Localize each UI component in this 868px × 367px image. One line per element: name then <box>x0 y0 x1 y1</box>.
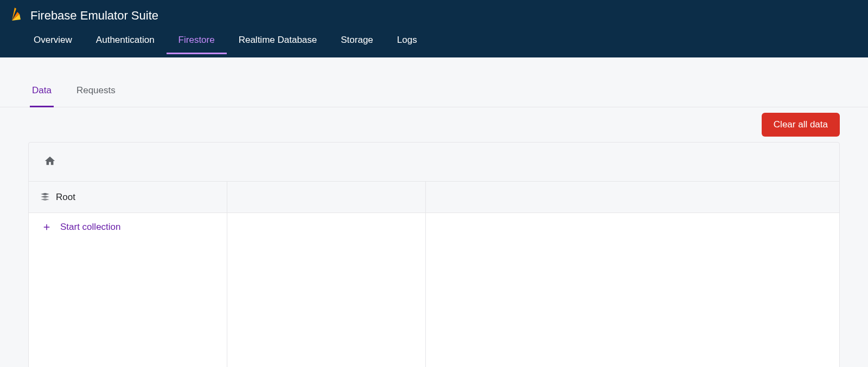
nav-storage[interactable]: Storage <box>329 28 385 54</box>
main-nav: Overview Authentication Firestore Realti… <box>0 28 868 54</box>
column-collection-body <box>227 213 425 367</box>
plus-icon <box>42 222 52 232</box>
sub-tabs: Data Requests <box>0 57 868 107</box>
clear-all-data-button[interactable]: Clear all data <box>762 113 840 137</box>
root-label: Root <box>56 192 75 203</box>
home-icon[interactable] <box>44 155 56 169</box>
action-row: Clear all data <box>0 107 868 142</box>
column-document-header <box>426 182 839 213</box>
nav-realtime-database[interactable]: Realtime Database <box>227 28 329 54</box>
firestore-columns: Root Start collection <box>29 182 839 367</box>
start-collection-label: Start collection <box>60 222 121 233</box>
firebase-logo-icon <box>10 8 23 24</box>
column-document-body <box>426 213 839 367</box>
brand-row: Firebase Emulator Suite <box>0 0 868 28</box>
card-toolbar <box>29 143 839 182</box>
database-stack-icon <box>40 193 50 202</box>
app-header: Firebase Emulator Suite Overview Authent… <box>0 0 868 57</box>
tab-data[interactable]: Data <box>30 85 54 107</box>
column-root: Root Start collection <box>29 182 227 367</box>
column-root-body: Start collection <box>29 213 227 367</box>
column-document <box>426 182 839 367</box>
nav-authentication[interactable]: Authentication <box>84 28 167 54</box>
column-root-header: Root <box>29 182 227 213</box>
firestore-card: Root Start collection <box>28 142 840 367</box>
start-collection-button[interactable]: Start collection <box>29 218 227 236</box>
column-collection <box>227 182 426 367</box>
app-title: Firebase Emulator Suite <box>30 9 158 23</box>
nav-logs[interactable]: Logs <box>385 28 429 54</box>
tab-requests[interactable]: Requests <box>74 85 118 107</box>
column-collection-header <box>227 182 425 213</box>
nav-overview[interactable]: Overview <box>22 28 84 54</box>
nav-firestore[interactable]: Firestore <box>167 28 227 54</box>
content-area: Data Requests Clear all data <box>0 57 868 367</box>
